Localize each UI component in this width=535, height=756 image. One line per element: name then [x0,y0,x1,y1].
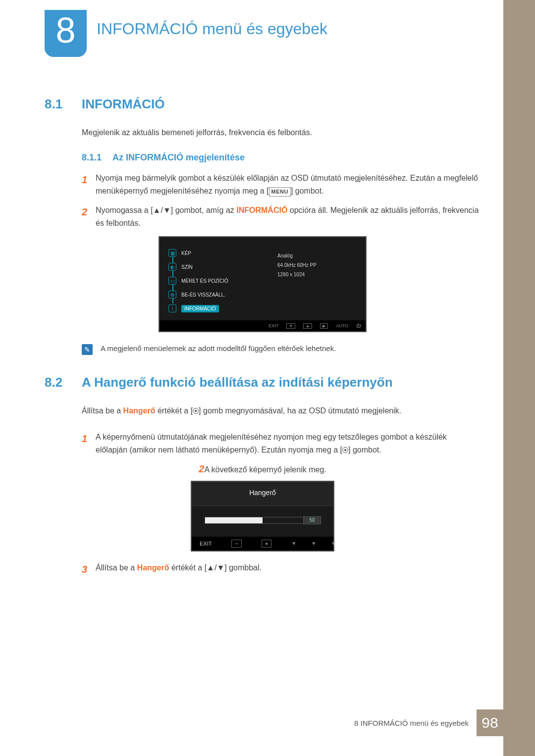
side-stripe [503,0,535,756]
section-title: INFORMÁCIÓ [82,97,165,112]
page-number: 98 [477,709,503,736]
osd-volume-screenshot: Hangerő 50 EXIT − + ▼▼▼ [191,481,334,552]
keyword: INFORMÁCIÓ [236,206,287,214]
text-a: A képernyőmenü útmutatójának megjeleníté… [96,433,447,454]
exit-label: EXIT [268,323,278,328]
footer-arrows: ▼▼▼ [291,541,336,546]
auto-label: AUTO [336,323,348,328]
section-title: A Hangerő funkció beállítása az indítási… [82,375,393,390]
step-2: 2 Nyomogassa a [▲/▼] gombot, amíg az INF… [82,204,481,229]
label: BE-ÉS VISSZAÁLL. [181,292,225,298]
osd-item-reset: ✿BE-ÉS VISSZAÁLL. [168,288,277,302]
section1-intro: Megjelenik az aktuális bemeneti jelforrá… [82,127,481,139]
step2-lead: 2A következő képernyő jelenik meg. [45,463,481,475]
text-a: Állítsa be a [96,563,137,572]
osd-volume-footer: EXIT − + ▼▼▼ [192,537,333,551]
picture-icon: ▦ [168,249,176,257]
keyword: Hangerő [137,563,169,572]
text-b: ] gombot. [348,446,381,454]
section2-intro: Állítsa be a Hangerő értékét a [] gomb m… [82,405,481,417]
note: ✎ A megjelenő menüelemek az adott modell… [82,344,481,355]
menu-key: MENU [269,187,291,197]
sec2-step-3: 3 Állítsa be a Hangerő értékét a [▲/▼] g… [82,561,481,577]
subsection-number: 8.1.1 [82,152,112,163]
text-b: értékét a [ [156,406,193,415]
color-icon: ◐ [168,263,176,271]
osd-menu-list: ▦KÉP ◐SZÍN ▭MÉRET ÉS POZÍCIÓ ✿BE-ÉS VISS… [168,246,277,315]
step-number: 3 [82,561,96,577]
label: INFORMÁCIÓ [181,305,219,312]
osd-menu-screenshot: ▦KÉP ◐SZÍN ▭MÉRET ÉS POZÍCIÓ ✿BE-ÉS VISS… [159,236,367,332]
note-icon: ✎ [82,344,93,355]
info-line-source: Analóg [277,251,317,260]
slider-area: 50 [192,506,333,537]
section-number: 8.2 [45,375,82,390]
info-icon: i [168,304,176,312]
step-1: 1 Nyomja meg bármelyik gombot a készülék… [82,172,481,197]
text-a: Állítsa be a [82,406,123,415]
up-down-arrow-icon: ▲/▼ [153,204,171,217]
osd-info-panel: Analóg 64.0kHz 60Hz PP 1280 x 1024 [277,246,317,315]
chapter-number-badge: 8 [45,10,87,57]
down-arrow-icon: ▼ [291,541,296,546]
note-text: A megjelenő menüelemek az adott modelltő… [101,344,336,353]
osd-item-kep: ▦KÉP [168,246,277,260]
text-b: ] gombot. [291,187,324,195]
exit-label: EXIT [200,541,212,547]
text-b: ] gombot, amíg az [171,206,237,214]
content: 8.1 INFORMÁCIÓ Megjelenik az aktuális be… [45,89,481,584]
label: KÉP [181,251,191,256]
osd-volume-title: Hangerő [192,482,333,506]
osd-body: ▦KÉP ◐SZÍN ▭MÉRET ÉS POZÍCIÓ ✿BE-ÉS VISS… [160,237,366,320]
osd-item-size: ▭MÉRET ÉS POZÍCIÓ [168,274,277,288]
text-c: ] gomb megnyomásával, ha az OSD útmutató… [199,406,401,415]
up-down-arrow-icon: ▲/▼ [207,561,224,574]
up-icon: ▲ [303,323,312,329]
step-number: 2 [82,204,96,229]
sec2-step-1: 1 A képernyőmenü útmutatójának megjelení… [82,431,481,456]
size-icon: ▭ [168,277,176,285]
power-icon: ⏻ [356,323,361,328]
step-number: 2 [199,463,204,474]
keyword: Hangerő [123,406,156,415]
page-footer: 8 INFORMÁCIÓ menü és egyebek 98 [354,709,503,736]
osd-item-szin: ◐SZÍN [168,260,277,274]
label: MÉRET ÉS POZÍCIÓ [181,278,228,284]
osd-item-info-selected: iINFORMÁCIÓ [168,302,277,315]
info-line-freq: 64.0kHz 60Hz PP [277,260,317,270]
circle-button-icon [193,408,199,414]
text-c: ] gombbal. [224,563,262,572]
plus-icon: + [262,540,271,548]
enter-icon: ▶ [320,323,328,329]
osd-footer-bar: EXIT ▼ ▲ ▶ AUTO ⏻ [160,320,366,331]
volume-slider: 50 [205,517,321,524]
step-number: 1 [82,431,96,456]
step2-text: A következő képernyő jelenik meg. [204,465,326,474]
step-text: Állítsa be a Hangerő értékét a [▲/▼] gom… [96,561,481,577]
down-icon: ▼ [286,323,295,329]
footer-text: 8 INFORMÁCIÓ menü és egyebek [354,719,477,727]
slider-fill [205,517,263,523]
subsection-title: Az INFORMÁCIÓ megjelenítése [112,152,245,163]
minus-icon: − [231,540,241,548]
chapter-title: INFORMÁCIÓ menü és egyebek [97,20,327,38]
step-number: 1 [82,172,96,197]
text-a: Nyomogassa a [ [96,206,153,214]
info-line-res: 1280 x 1024 [277,270,317,279]
section-number: 8.1 [45,97,82,112]
down-arrow-icon: ▼ [331,541,336,546]
page: 8 INFORMÁCIÓ menü és egyebek 8.1 INFORMÁ… [0,0,535,756]
step-text: Nyomja meg bármelyik gombot a készülék e… [96,172,481,197]
section-heading-8-2: 8.2 A Hangerő funkció beállítása az indí… [45,375,481,390]
label: SZÍN [181,264,193,270]
sec2-step-2-block: 2A következő képernyő jelenik meg. Hange… [45,463,481,552]
circle-button-icon [342,447,348,453]
step-text: Nyomogassa a [▲/▼] gombot, amíg az INFOR… [96,204,481,229]
text-b: értékét a [ [169,563,207,572]
subsection-heading-8-1-1: 8.1.1 Az INFORMÁCIÓ megjelenítése [82,152,481,163]
section-heading-8-1: 8.1 INFORMÁCIÓ [45,97,481,112]
gear-icon: ✿ [168,291,176,299]
slider-value: 50 [303,516,321,524]
step-text: A képernyőmenü útmutatójának megjeleníté… [96,431,481,456]
down-arrow-icon: ▼ [311,541,316,546]
